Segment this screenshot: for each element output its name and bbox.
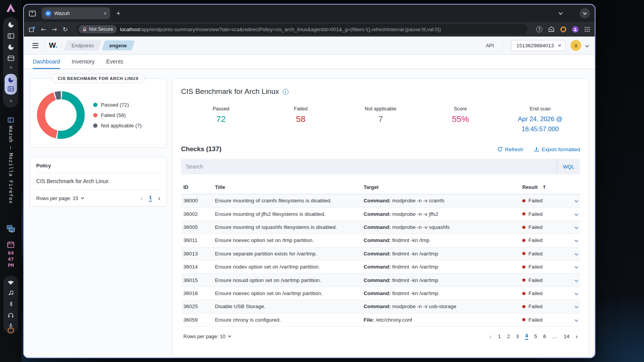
headphones-icon[interactable] xyxy=(8,312,14,318)
wql-button[interactable]: WQL xyxy=(557,159,580,174)
extensions-grid-icon[interactable] xyxy=(584,27,590,32)
page-5[interactable]: 5 xyxy=(534,334,537,339)
tab-events[interactable]: Events xyxy=(106,55,123,69)
policy-rows-per-page[interactable]: Rows per page: 15 xyxy=(36,195,84,201)
policy-prev-page-button[interactable]: ‹ xyxy=(141,195,143,202)
bluetooth-icon[interactable] xyxy=(8,301,13,307)
page-1[interactable]: 1 xyxy=(498,334,501,339)
expand-row-button[interactable] xyxy=(567,252,578,255)
policy-page-1[interactable]: 1 xyxy=(149,195,152,202)
tab-close-icon[interactable]: × xyxy=(104,11,107,16)
table-row[interactable]: 36002 Ensure mounting of jffs2 filesyste… xyxy=(181,208,580,221)
workspace-dot[interactable] xyxy=(10,100,12,102)
table-row[interactable]: 36014 Ensure nodev option set on /var/tm… xyxy=(181,260,580,274)
api-select[interactable]: 1513629884013 xyxy=(511,40,566,51)
checks-search-bar: WQL xyxy=(181,159,580,174)
page-14[interactable]: 14 xyxy=(564,334,569,339)
column-target[interactable]: Target xyxy=(364,184,522,190)
legend-item-failed[interactable]: Failed (58) xyxy=(93,112,142,118)
arch-linux-logo-icon[interactable] xyxy=(6,3,16,12)
extension-orange-icon[interactable] xyxy=(560,27,566,32)
cis-donut-chart[interactable] xyxy=(37,91,85,139)
calendar-icon[interactable] xyxy=(7,241,15,248)
not-secure-badge[interactable]: Not Secure xyxy=(79,25,117,33)
virtual-machine-icon[interactable] xyxy=(6,225,16,233)
table-row[interactable]: 36059 Ensure chrony is configured. File:… xyxy=(181,314,580,327)
forward-button[interactable]: → xyxy=(52,26,57,33)
expand-row-button[interactable] xyxy=(567,279,578,282)
workspace-active[interactable] xyxy=(5,74,17,95)
power-icon[interactable] xyxy=(7,326,15,334)
checks-pagination: ‹ 1 2 3 4 5 6 … 14 › xyxy=(490,333,578,340)
back-button[interactable]: ← xyxy=(41,26,46,33)
cis-benchmark-panel: CIS Benchmark for Arch Linux i Passed 72… xyxy=(172,78,589,357)
clock-hour: 04 xyxy=(8,250,14,256)
tab-inventory[interactable]: Inventory xyxy=(72,55,95,69)
address-bar[interactable]: Not Secure localhost/app/endpoints-summa… xyxy=(77,24,527,35)
stat-end-scan: End scan Apr 24, 2026 @ 16:45:57.000 xyxy=(500,106,580,134)
next-page-button[interactable]: › xyxy=(575,333,578,340)
extension-shield-icon[interactable] xyxy=(548,26,555,32)
profile-icon[interactable] xyxy=(572,26,579,33)
page-4[interactable]: 4 xyxy=(525,333,528,340)
column-id[interactable]: ID xyxy=(183,184,215,190)
table-row[interactable]: 36025 Disable USB Storage. Command: modp… xyxy=(181,300,580,313)
table-row[interactable]: 36013 Ensure separate partition exists f… xyxy=(181,247,580,260)
table-row[interactable]: 36015 Ensure nosuid option set on /var/t… xyxy=(181,274,580,287)
expand-row-button[interactable] xyxy=(567,265,578,268)
policy-next-page-button[interactable]: › xyxy=(158,195,160,202)
workspace-window-icon[interactable] xyxy=(8,33,14,39)
workspace-window-icon[interactable] xyxy=(8,55,14,61)
table-row[interactable]: 36016 Ensure noexec option set on /var/t… xyxy=(181,287,580,300)
policy-row[interactable]: CIS Benchmark for Arch Linux xyxy=(36,173,160,190)
expand-row-button[interactable] xyxy=(567,239,578,242)
search-input[interactable] xyxy=(181,159,557,174)
legend-item-passed[interactable]: Passed (72) xyxy=(93,102,142,108)
new-tab-button[interactable]: + xyxy=(116,9,121,18)
breadcrumb-endpoints[interactable]: Endpoints xyxy=(64,40,102,50)
user-avatar[interactable]: a xyxy=(570,40,581,51)
menu-hamburger-icon[interactable] xyxy=(32,43,39,48)
info-icon[interactable]: i xyxy=(283,89,288,95)
tab-dashboard[interactable]: Dashboard xyxy=(33,55,60,69)
audio-icon[interactable] xyxy=(8,290,14,296)
workspace-app-icon[interactable] xyxy=(8,22,14,28)
expand-row-button[interactable] xyxy=(567,319,578,321)
workspace-dot[interactable] xyxy=(10,66,12,69)
wazuh-logo[interactable]: W. xyxy=(49,41,57,50)
page-3[interactable]: 3 xyxy=(516,334,519,339)
reload-button[interactable]: ↻ xyxy=(63,26,68,33)
account-chevron-icon[interactable] xyxy=(585,43,589,47)
prev-page-button[interactable]: ‹ xyxy=(490,333,492,340)
browser-tab-wazuh[interactable]: w Wazuh × xyxy=(42,7,110,19)
firefox-view-icon[interactable] xyxy=(29,10,36,17)
expand-row-button[interactable] xyxy=(567,199,578,202)
export-formatted-button[interactable]: Export formatted xyxy=(534,147,580,152)
window-menu-button[interactable] xyxy=(580,8,590,18)
expand-row-button[interactable] xyxy=(567,292,578,295)
list-tabs-chevron-icon[interactable] xyxy=(559,11,563,15)
table-row[interactable]: 36005 Ensure mounting of squashfs filesy… xyxy=(181,221,580,234)
help-icon[interactable]: ? xyxy=(536,26,542,32)
expand-row-button[interactable] xyxy=(567,213,578,215)
table-row[interactable]: 36011 Ensure noexec option set on /tmp p… xyxy=(181,234,580,247)
policy-column-header[interactable]: Policy xyxy=(36,163,160,173)
column-title[interactable]: Title xyxy=(215,184,364,190)
page-2[interactable]: 2 xyxy=(507,334,510,339)
insecure-lock-icon xyxy=(82,27,87,32)
checks-rows-per-page[interactable]: Rows per page: 10 xyxy=(183,334,231,339)
expand-row-button[interactable] xyxy=(567,226,578,229)
failed-dot-icon xyxy=(522,305,525,308)
donut-panel-badge: CIS BENCHMARK FOR ARCH LINUX xyxy=(52,74,145,83)
expand-row-button[interactable] xyxy=(567,305,578,308)
wifi-icon[interactable] xyxy=(7,280,14,285)
refresh-button[interactable]: Refresh xyxy=(497,147,523,152)
workspace-app-icon[interactable] xyxy=(8,44,14,50)
tab-manager-icon[interactable] xyxy=(29,26,35,33)
sort-asc-icon: ↑ xyxy=(542,184,547,190)
column-result[interactable]: Result↑ xyxy=(522,184,567,190)
page-6[interactable]: 6 xyxy=(543,334,546,339)
table-row[interactable]: 36000 Ensure mounting of cramfs filesyst… xyxy=(181,194,580,207)
breadcrumb-agent[interactable]: engene xyxy=(102,40,135,50)
legend-item-not-applicable[interactable]: Not applicable (7) xyxy=(93,123,142,128)
